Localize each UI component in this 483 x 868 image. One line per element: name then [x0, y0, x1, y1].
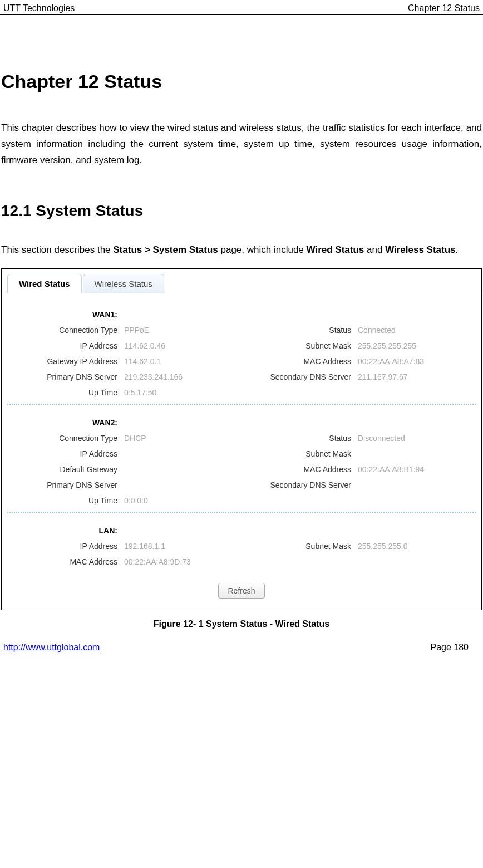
- label: MAC Address: [247, 465, 358, 474]
- header-right: Chapter 12 Status: [408, 3, 480, 13]
- label: Connection Type: [13, 434, 124, 443]
- table-row: Primary DNS Server Secondary DNS Server: [13, 480, 470, 489]
- section-intro-text: page, which include: [218, 244, 307, 255]
- section-intro-bold-wireless: Wireless Status: [385, 244, 455, 255]
- label: Subnet Mask: [247, 449, 358, 458]
- refresh-row: Refresh: [2, 583, 481, 599]
- label: Connection Type: [13, 326, 124, 335]
- lan-title: LAN:: [13, 526, 124, 535]
- table-row: IP Address 192.168.1.1 Subnet Mask 255.2…: [13, 542, 470, 551]
- label: Secondary DNS Server: [247, 372, 358, 381]
- table-row: Primary DNS Server 219.233.241.166 Secon…: [13, 372, 470, 381]
- table-row: IP Address 114.62.0.46 Subnet Mask 255.2…: [13, 341, 470, 350]
- value: DHCP: [124, 434, 247, 443]
- status-screenshot: Wired Status Wireless Status WAN1: Conne…: [1, 268, 482, 610]
- separator: [7, 404, 476, 405]
- section-intro-text: This section describes the: [1, 244, 113, 255]
- value: 00:22:AA:A8:9D:73: [124, 557, 247, 566]
- section-intro-bold-path: Status > System Status: [113, 244, 218, 255]
- label: IP Address: [13, 449, 124, 458]
- footer-page-number: Page 180: [430, 643, 469, 653]
- table-row: Gateway IP Address 114.62.0.1 MAC Addres…: [13, 357, 470, 366]
- section-title: 12.1 System Status: [1, 202, 482, 220]
- tab-wireless-status[interactable]: Wireless Status: [83, 274, 164, 293]
- value: 114.62.0.46: [124, 341, 247, 350]
- table-row: IP Address Subnet Mask: [13, 449, 470, 458]
- table-row: Connection Type DHCP Status Disconnected: [13, 434, 470, 443]
- table-row: MAC Address 00:22:AA:A8:9D:73: [13, 557, 470, 566]
- footer-url[interactable]: http://www.uttglobal.com: [3, 643, 100, 653]
- value: 00:22:AA:A8:B1:94: [358, 465, 458, 474]
- label: Status: [247, 326, 358, 335]
- table-row: Connection Type PPPoE Status Connected: [13, 326, 470, 335]
- section-intro-text: and: [364, 244, 385, 255]
- chapter-title: Chapter 12 Status: [1, 71, 482, 92]
- section-intro-text: .: [456, 244, 459, 255]
- label: Up Time: [13, 496, 124, 505]
- value: 219.233.241.166: [124, 372, 247, 381]
- label: IP Address: [13, 542, 124, 551]
- label: MAC Address: [13, 557, 124, 566]
- page-header: UTT Technologies Chapter 12 Status: [0, 0, 483, 15]
- tab-wired-status[interactable]: Wired Status: [7, 274, 82, 293]
- value: 255.255.255.0: [358, 542, 458, 551]
- table-row: Default Gateway MAC Address 00:22:AA:A8:…: [13, 465, 470, 474]
- value: 114.62.0.1: [124, 357, 247, 366]
- header-left: UTT Technologies: [3, 3, 75, 13]
- label: Subnet Mask: [247, 341, 358, 350]
- label: Up Time: [13, 388, 124, 397]
- wan1-title: WAN1:: [13, 310, 124, 319]
- label: Status: [247, 434, 358, 443]
- value: Disconnected: [358, 434, 458, 443]
- label: MAC Address: [247, 357, 358, 366]
- label: Subnet Mask: [247, 542, 358, 551]
- section-intro-bold-wired: Wired Status: [307, 244, 364, 255]
- figure-caption: Figure 12- 1 System Status - Wired Statu…: [1, 619, 482, 629]
- separator: [7, 512, 476, 513]
- footer: http://www.uttglobal.com Page 180: [0, 635, 483, 658]
- wan2-block: WAN2: Connection Type DHCP Status Discon…: [2, 418, 481, 505]
- label: Secondary DNS Server: [247, 480, 358, 489]
- value: 0:5:17:50: [124, 388, 247, 397]
- value: 0:0:0:0: [124, 496, 247, 505]
- lan-block: LAN: IP Address 192.168.1.1 Subnet Mask …: [2, 526, 481, 566]
- section-intro: This section describes the Status > Syst…: [1, 242, 482, 258]
- value: 211.167.97.67: [358, 372, 458, 381]
- chapter-intro: This chapter describes how to view the w…: [1, 120, 482, 169]
- value: Connected: [358, 326, 458, 335]
- value: PPPoE: [124, 326, 247, 335]
- label: Default Gateway: [13, 465, 124, 474]
- value: 00:22:AA:A8:A7:83: [358, 357, 458, 366]
- label: Primary DNS Server: [13, 372, 124, 381]
- label: Primary DNS Server: [13, 480, 124, 489]
- value: 192.168.1.1: [124, 542, 247, 551]
- value: 255.255.255.255: [358, 341, 458, 350]
- wan1-block: WAN1: Connection Type PPPoE Status Conne…: [2, 310, 481, 397]
- wan2-title: WAN2:: [13, 418, 124, 427]
- label: IP Address: [13, 341, 124, 350]
- tabs: Wired Status Wireless Status: [2, 273, 481, 293]
- table-row: Up Time 0:5:17:50: [13, 388, 470, 397]
- table-row: Up Time 0:0:0:0: [13, 496, 470, 505]
- label: Gateway IP Address: [13, 357, 124, 366]
- refresh-button[interactable]: Refresh: [218, 583, 264, 599]
